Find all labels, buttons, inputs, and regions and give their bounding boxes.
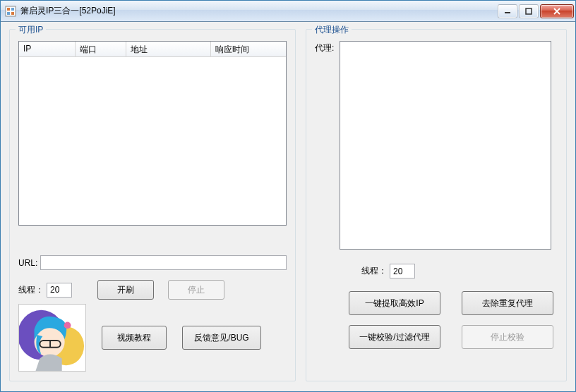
svg-rect-2 xyxy=(11,8,14,11)
svg-rect-3 xyxy=(7,12,10,15)
extract-ip-button[interactable]: 一键提取高效IP xyxy=(349,291,440,315)
proxy-group: 代理操作 代理: 线程： 一键提取高效IP 去除重复代理 一键校验/过滤代理 停… xyxy=(306,29,567,381)
app-icon xyxy=(5,6,16,17)
thread-row-left: 线程： 开刷 停止 xyxy=(18,280,287,300)
stop-verify-button: 停止校验 xyxy=(462,325,553,349)
col-port[interactable]: 端口 xyxy=(76,42,126,56)
proxy-legend: 代理操作 xyxy=(312,24,352,36)
titlebar[interactable]: 箫启灵IP三合一[52PoJiE] xyxy=(1,1,575,22)
proxy-textarea[interactable] xyxy=(340,41,551,250)
thread-row-right: 线程： xyxy=(361,264,558,278)
proxy-button-grid: 一键提取高效IP 去除重复代理 一键校验/过滤代理 停止校验 xyxy=(349,291,558,349)
proxy-row: 代理: xyxy=(315,41,558,250)
thread-input-left[interactable] xyxy=(47,283,72,298)
svg-rect-4 xyxy=(11,12,14,15)
content: 可用IP IP 端口 地址 响应时间 URL: 线程： 开刷 停止 xyxy=(1,22,575,391)
close-button[interactable] xyxy=(540,4,574,18)
available-ip-group: 可用IP IP 端口 地址 响应时间 URL: 线程： 开刷 停止 xyxy=(9,29,296,381)
start-button[interactable]: 开刷 xyxy=(97,280,154,300)
video-tutorial-button[interactable]: 视频教程 xyxy=(102,326,167,350)
url-label: URL: xyxy=(18,258,37,268)
window-title: 箫启灵IP三合一[52PoJiE] xyxy=(20,5,116,17)
ip-listview-header: IP 端口 地址 响应时间 xyxy=(19,42,286,57)
url-row: URL: xyxy=(18,255,287,270)
avatar-image xyxy=(18,304,86,372)
proxy-label: 代理: xyxy=(315,42,334,54)
verify-proxy-button[interactable]: 一键校验/过滤代理 xyxy=(349,325,440,349)
bottom-left-row: 视频教程 反馈意见/BUG xyxy=(18,304,287,372)
feedback-button[interactable]: 反馈意见/BUG xyxy=(182,326,261,350)
col-addr[interactable]: 地址 xyxy=(126,42,211,56)
ip-listview[interactable]: IP 端口 地址 响应时间 xyxy=(18,41,287,226)
col-ip[interactable]: IP xyxy=(19,42,76,56)
svg-rect-1 xyxy=(7,8,10,11)
thread-label-left: 线程： xyxy=(18,284,44,296)
svg-rect-6 xyxy=(526,8,532,14)
url-input[interactable] xyxy=(40,255,287,270)
thread-label-right: 线程： xyxy=(361,265,387,277)
available-ip-legend: 可用IP xyxy=(16,24,46,36)
thread-input-right[interactable] xyxy=(390,264,415,278)
window: 箫启灵IP三合一[52PoJiE] 可用IP IP 端口 地址 响应时间 xyxy=(0,0,576,392)
col-resp[interactable]: 响应时间 xyxy=(211,42,286,56)
svg-point-15 xyxy=(64,321,71,329)
minimize-button[interactable] xyxy=(498,4,517,18)
maximize-button[interactable] xyxy=(519,4,539,18)
dedupe-proxy-button[interactable]: 去除重复代理 xyxy=(462,291,553,315)
stop-button: 停止 xyxy=(168,280,224,300)
